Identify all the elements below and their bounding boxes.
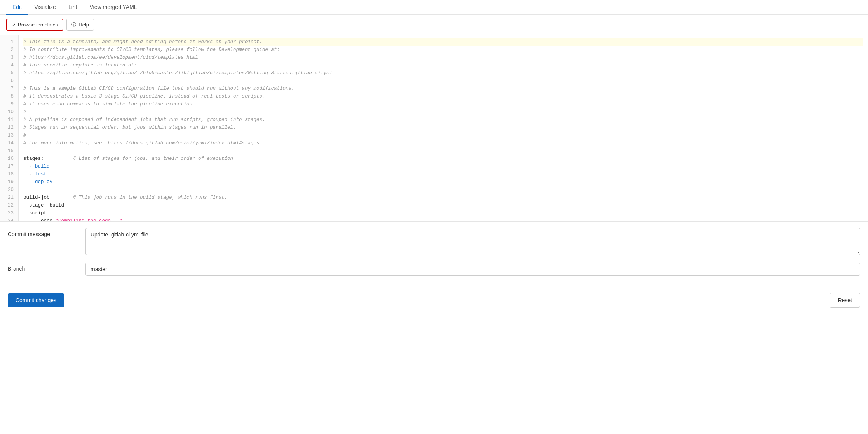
line-numbers: 1234567891011121314151617181920212223242… [0, 35, 19, 222]
branch-input[interactable] [85, 262, 860, 276]
branch-control [85, 262, 860, 276]
commit-message-row: Commit message [8, 228, 860, 256]
code-content[interactable]: # This file is a template, and might nee… [19, 35, 868, 222]
tab-view-merged-yaml[interactable]: View merged YAML [83, 0, 143, 15]
external-link-icon: ↗ [12, 22, 16, 28]
commit-message-input[interactable] [85, 228, 860, 255]
browse-templates-button[interactable]: ↗ Browse templates [6, 19, 63, 31]
form-section: Commit message Branch [0, 222, 868, 288]
commit-changes-button[interactable]: Commit changes [8, 293, 64, 307]
help-icon: ⓘ [71, 21, 76, 28]
commit-message-control [85, 228, 860, 256]
branch-row: Branch [8, 262, 860, 276]
nav-tabs: Edit Visualize Lint View merged YAML [0, 0, 868, 15]
commit-message-label: Commit message [8, 228, 85, 237]
branch-label: Branch [8, 262, 85, 272]
tab-lint[interactable]: Lint [62, 0, 84, 15]
tab-edit[interactable]: Edit [6, 0, 28, 15]
tab-visualize[interactable]: Visualize [28, 0, 62, 15]
reset-button[interactable]: Reset [830, 293, 860, 308]
toolbar: ↗ Browse templates ⓘ Help [0, 15, 868, 35]
form-actions: Commit changes Reset [0, 288, 868, 315]
help-button[interactable]: ⓘ Help [66, 19, 94, 31]
code-editor[interactable]: 1234567891011121314151617181920212223242… [0, 35, 868, 222]
